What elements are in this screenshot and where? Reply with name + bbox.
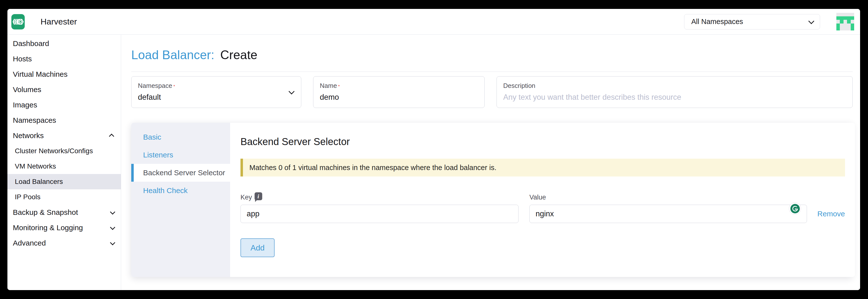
- chevron-down-icon: [110, 240, 115, 245]
- tab-label: Listeners: [143, 151, 173, 159]
- selector-row: Key i Value: [241, 193, 845, 223]
- avatar-pixel: [840, 16, 843, 20]
- match-info-text: Matches 0 of 1 virtual machines in the n…: [249, 164, 496, 172]
- sidebar-item-label: Dashboard: [13, 39, 49, 48]
- top-bar: Harvester All Namespaces: [7, 9, 860, 35]
- form-tabs: BasicListenersBackend Server SelectorHea…: [131, 123, 230, 277]
- avatar-pixel: [840, 13, 843, 16]
- sidebar-item-label: Cluster Networks/Configs: [15, 147, 93, 155]
- sidebar-item-label: Namespaces: [13, 116, 56, 125]
- description-field-box: Description: [497, 76, 853, 108]
- avatar-pixel: [840, 24, 843, 27]
- page-title-action: Create: [220, 48, 257, 62]
- avatar-pixel: [847, 24, 850, 27]
- side-navigation: DashboardHostsVirtual MachinesVolumesIma…: [7, 35, 121, 290]
- tab-label: Health Check: [143, 186, 188, 195]
- info-tooltip-icon[interactable]: i: [254, 192, 262, 200]
- app-window: Harvester All Namespaces DashboardHostsV…: [7, 9, 860, 290]
- form-card: BasicListenersBackend Server SelectorHea…: [131, 123, 853, 277]
- avatar-pixel: [843, 13, 847, 16]
- sidebar-item-label: Images: [13, 101, 37, 109]
- avatar-pixel: [843, 20, 847, 23]
- name-field-box: Name*: [313, 76, 485, 108]
- avatar-pixel: [843, 24, 847, 27]
- tab-health-check[interactable]: Health Check: [131, 182, 230, 199]
- key-label: Key: [241, 194, 252, 201]
- sidebar-item-namespaces[interactable]: Namespaces: [7, 113, 121, 128]
- app-title: Harvester: [40, 17, 77, 26]
- page-title-resource: Load Balancer:: [131, 48, 214, 62]
- sidebar-item-backup-snapshot[interactable]: Backup & Snapshot: [7, 205, 121, 220]
- title-divider: [131, 72, 853, 72]
- panel-heading: Backend Server Selector: [241, 136, 845, 147]
- grammarly-icon[interactable]: [789, 202, 801, 215]
- description-input[interactable]: [503, 93, 846, 102]
- sidebar-item-load-balancers[interactable]: Load Balancers: [7, 174, 121, 189]
- sidebar-item-label: IP Pools: [15, 193, 40, 201]
- sidebar-item-advanced[interactable]: Advanced: [7, 236, 121, 251]
- sidebar-item-dashboard[interactable]: Dashboard: [7, 36, 121, 51]
- description-label: Description: [503, 82, 535, 89]
- resource-meta-row: Namespace* default Name* Description: [131, 76, 853, 108]
- sidebar-item-networks[interactable]: Networks: [7, 128, 121, 143]
- sidebar-item-monitoring-logging[interactable]: Monitoring & Logging: [7, 220, 121, 236]
- sidebar-item-label: Load Balancers: [15, 178, 63, 186]
- avatar-pixel: [851, 16, 854, 20]
- sidebar-item-label: Advanced: [13, 239, 46, 247]
- sidebar-item-ip-pools[interactable]: IP Pools: [7, 189, 121, 205]
- chevron-up-icon: [109, 134, 114, 139]
- required-marker: *: [174, 84, 175, 89]
- harvester-logo-icon[interactable]: [11, 14, 25, 29]
- namespace-label: Namespace: [138, 82, 172, 89]
- avatar-pixel: [836, 16, 840, 20]
- namespace-select[interactable]: Namespace* default: [131, 76, 301, 108]
- avatar-pixel: [840, 20, 843, 23]
- avatar-pixel: [847, 20, 850, 23]
- avatar-pixel: [847, 27, 850, 30]
- match-info-banner: Matches 0 of 1 virtual machines in the n…: [241, 159, 845, 176]
- tab-basic[interactable]: Basic: [131, 128, 230, 146]
- avatar-pixel: [836, 24, 840, 27]
- tab-label: Backend Server Selector: [143, 168, 225, 177]
- avatar-pixel: [851, 20, 854, 23]
- required-marker: *: [338, 84, 340, 89]
- chevron-down-icon: [808, 18, 814, 24]
- sidebar-item-label: VM Networks: [15, 162, 56, 170]
- user-avatar[interactable]: [836, 13, 854, 31]
- key-label-row: Key i: [241, 193, 519, 202]
- avatar-pixel: [843, 16, 847, 20]
- sidebar-item-cluster-networks-configs[interactable]: Cluster Networks/Configs: [7, 143, 121, 159]
- key-column: Key i: [241, 193, 519, 223]
- namespace-filter-value: All Namespaces: [691, 18, 743, 26]
- sidebar-item-label: Networks: [13, 131, 44, 140]
- namespace-filter-dropdown[interactable]: All Namespaces: [684, 14, 820, 29]
- remove-button[interactable]: Remove: [817, 210, 845, 218]
- avatar-pixel: [840, 27, 843, 30]
- value-label: Value: [529, 194, 546, 201]
- name-input[interactable]: [320, 93, 478, 102]
- sidebar-item-images[interactable]: Images: [7, 97, 121, 113]
- sidebar-item-virtual-machines[interactable]: Virtual Machines: [7, 66, 121, 82]
- value-input[interactable]: [529, 205, 807, 223]
- avatar-pixel: [851, 24, 854, 27]
- chevron-down-icon: [110, 224, 115, 230]
- tab-listeners[interactable]: Listeners: [131, 146, 230, 164]
- sidebar-item-label: Backup & Snapshot: [13, 208, 78, 217]
- avatar-pixel: [847, 16, 850, 20]
- page-title: Load Balancer: Create: [131, 48, 853, 62]
- sidebar-item-vm-networks[interactable]: VM Networks: [7, 159, 121, 174]
- name-label: Name: [320, 82, 337, 89]
- value-label-row: Value: [529, 193, 807, 202]
- tab-backend-server-selector[interactable]: Backend Server Selector: [131, 164, 230, 182]
- sidebar-item-hosts[interactable]: Hosts: [7, 51, 121, 66]
- key-input[interactable]: [241, 205, 519, 223]
- add-button[interactable]: Add: [241, 238, 275, 257]
- value-input-wrap: [529, 205, 807, 223]
- sidebar-item-label: Monitoring & Logging: [13, 223, 83, 232]
- avatar-pixel: [851, 27, 854, 30]
- avatar-pixel: [836, 27, 840, 30]
- tab-label: Basic: [143, 133, 161, 141]
- sidebar-item-volumes[interactable]: Volumes: [7, 82, 121, 97]
- chevron-down-icon: [110, 209, 115, 214]
- sidebar-item-label: Virtual Machines: [13, 70, 67, 79]
